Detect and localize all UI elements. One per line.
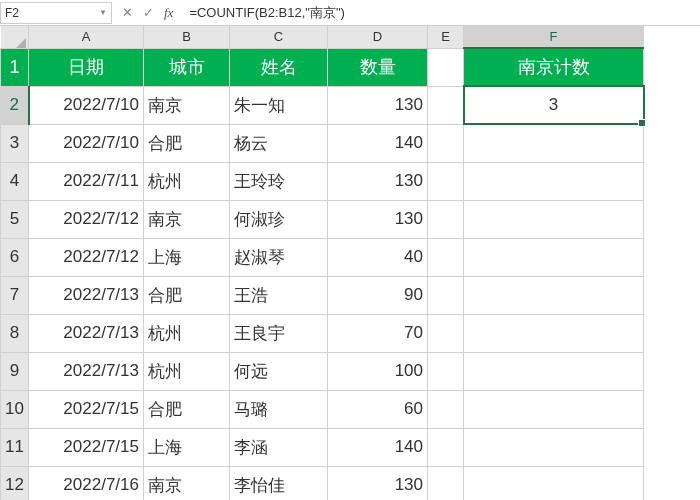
cancel-icon[interactable]: ✕ [122,5,133,20]
col-header-A[interactable]: A [29,26,144,48]
cell-B2[interactable]: 南京 [144,86,230,124]
cell-F5[interactable] [464,200,644,238]
cell-A9[interactable]: 2022/7/13 [29,352,144,390]
cell-B12[interactable]: 南京 [144,466,230,500]
cell-F4[interactable] [464,162,644,200]
select-all-corner[interactable] [1,26,29,48]
cell-C2[interactable]: 朱一知 [230,86,328,124]
cell-E12[interactable] [428,466,464,500]
cell-C11[interactable]: 李涵 [230,428,328,466]
cell-F1[interactable]: 南京计数 [464,48,644,86]
confirm-icon[interactable]: ✓ [143,5,154,20]
name-box[interactable]: F2 ▼ [0,2,112,24]
cell-C1[interactable]: 姓名 [230,48,328,86]
row-header-7[interactable]: 7 [1,276,29,314]
cell-D6[interactable]: 40 [328,238,428,276]
row-header-6[interactable]: 6 [1,238,29,276]
cell-A12[interactable]: 2022/7/16 [29,466,144,500]
cell-B8[interactable]: 杭州 [144,314,230,352]
cell-E2[interactable] [428,86,464,124]
col-header-D[interactable]: D [328,26,428,48]
row-header-5[interactable]: 5 [1,200,29,238]
cell-D12[interactable]: 130 [328,466,428,500]
cell-E6[interactable] [428,238,464,276]
cell-E10[interactable] [428,390,464,428]
cell-D4[interactable]: 130 [328,162,428,200]
cell-A5[interactable]: 2022/7/12 [29,200,144,238]
row-header-8[interactable]: 8 [1,314,29,352]
cell-F11[interactable] [464,428,644,466]
col-header-E[interactable]: E [428,26,464,48]
table-row: 10 2022/7/15 合肥 马璐 60 [1,390,644,428]
cell-C7[interactable]: 王浩 [230,276,328,314]
cell-B5[interactable]: 南京 [144,200,230,238]
cell-A8[interactable]: 2022/7/13 [29,314,144,352]
cell-C12[interactable]: 李怡佳 [230,466,328,500]
cell-D5[interactable]: 130 [328,200,428,238]
cell-B1[interactable]: 城市 [144,48,230,86]
row-header-1[interactable]: 1 [1,48,29,86]
cell-F9[interactable] [464,352,644,390]
row-header-4[interactable]: 4 [1,162,29,200]
formula-input[interactable]: =COUNTIF(B2:B12,"南京") [183,0,700,25]
cell-B9[interactable]: 杭州 [144,352,230,390]
cell-A4[interactable]: 2022/7/11 [29,162,144,200]
cell-E1[interactable] [428,48,464,86]
chevron-down-icon[interactable]: ▼ [99,8,107,17]
cell-F3[interactable] [464,124,644,162]
row-header-3[interactable]: 3 [1,124,29,162]
cell-F2[interactable]: 3 [464,86,644,124]
spreadsheet-grid[interactable]: A B C D E F 1 日期 城市 姓名 数量 南京计数 2 2022/7/… [0,26,700,500]
cell-B10[interactable]: 合肥 [144,390,230,428]
cell-C10[interactable]: 马璐 [230,390,328,428]
cell-B6[interactable]: 上海 [144,238,230,276]
cell-D7[interactable]: 90 [328,276,428,314]
cell-B7[interactable]: 合肥 [144,276,230,314]
col-header-F[interactable]: F [464,26,644,48]
cell-A1[interactable]: 日期 [29,48,144,86]
cell-A6[interactable]: 2022/7/12 [29,238,144,276]
cell-A7[interactable]: 2022/7/13 [29,276,144,314]
name-box-value: F2 [5,6,19,20]
cell-B11[interactable]: 上海 [144,428,230,466]
cell-E3[interactable] [428,124,464,162]
cell-C9[interactable]: 何远 [230,352,328,390]
col-header-B[interactable]: B [144,26,230,48]
cell-C3[interactable]: 杨云 [230,124,328,162]
fx-icon[interactable]: fx [164,5,173,21]
cell-C8[interactable]: 王良宇 [230,314,328,352]
row-header-11[interactable]: 11 [1,428,29,466]
cell-F12[interactable] [464,466,644,500]
row-header-9[interactable]: 9 [1,352,29,390]
cell-B4[interactable]: 杭州 [144,162,230,200]
cell-D11[interactable]: 140 [328,428,428,466]
cell-E5[interactable] [428,200,464,238]
cell-D1[interactable]: 数量 [328,48,428,86]
cell-E8[interactable] [428,314,464,352]
cell-D10[interactable]: 60 [328,390,428,428]
cell-F10[interactable] [464,390,644,428]
cell-F8[interactable] [464,314,644,352]
cell-A2[interactable]: 2022/7/10 [29,86,144,124]
cell-C6[interactable]: 赵淑琴 [230,238,328,276]
cell-B3[interactable]: 合肥 [144,124,230,162]
cell-E11[interactable] [428,428,464,466]
cell-A3[interactable]: 2022/7/10 [29,124,144,162]
cell-C4[interactable]: 王玲玲 [230,162,328,200]
cell-E4[interactable] [428,162,464,200]
cell-A11[interactable]: 2022/7/15 [29,428,144,466]
cell-E9[interactable] [428,352,464,390]
col-header-C[interactable]: C [230,26,328,48]
row-header-10[interactable]: 10 [1,390,29,428]
cell-F6[interactable] [464,238,644,276]
row-header-12[interactable]: 12 [1,466,29,500]
cell-A10[interactable]: 2022/7/15 [29,390,144,428]
cell-D9[interactable]: 100 [328,352,428,390]
row-header-2[interactable]: 2 [1,86,29,124]
cell-D2[interactable]: 130 [328,86,428,124]
cell-F7[interactable] [464,276,644,314]
cell-D3[interactable]: 140 [328,124,428,162]
cell-E7[interactable] [428,276,464,314]
cell-D8[interactable]: 70 [328,314,428,352]
cell-C5[interactable]: 何淑珍 [230,200,328,238]
